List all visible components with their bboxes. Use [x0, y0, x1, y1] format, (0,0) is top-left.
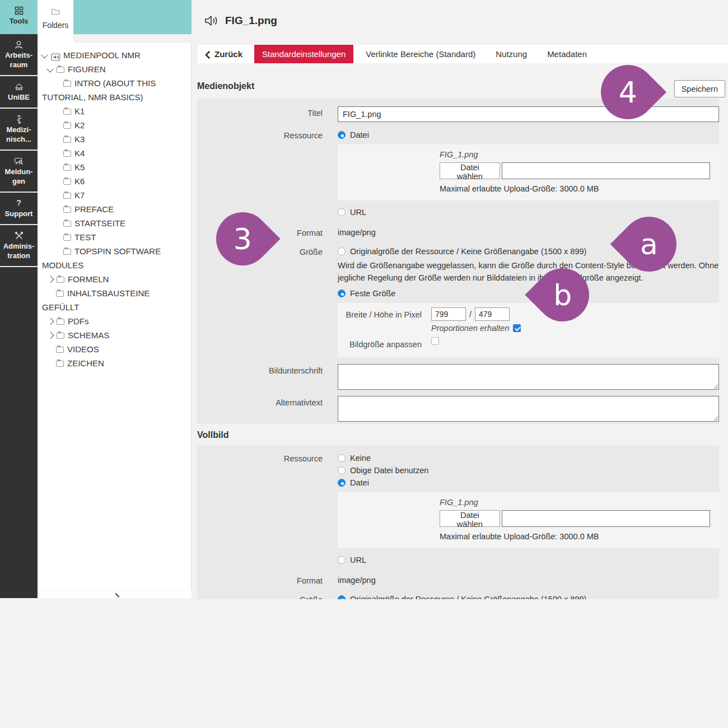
tab-standardeinstellungen[interactable]: Standardeinstellungen: [254, 45, 353, 63]
rail-item-label: Medizi­nisch...: [1, 125, 36, 144]
choose-file-button[interactable]: Datei wählen: [440, 510, 500, 527]
radio-unselected-icon[interactable]: [338, 248, 346, 255]
rail-item-meldungen[interactable]: Meldun­gen: [0, 151, 38, 193]
chevron-down-icon[interactable]: [46, 66, 54, 73]
tree-item-k6[interactable]: K6: [42, 174, 182, 188]
folder-icon: [56, 361, 64, 367]
alternativtext-row: Alternativtext Wird verwendet, wenn die …: [197, 396, 719, 424]
radio-selected-icon[interactable]: [338, 595, 346, 599]
question-icon: ?: [1, 198, 36, 208]
folder-icon: [63, 179, 71, 185]
tree-item-schemas[interactable]: SCHEMAS: [42, 328, 182, 342]
tree-item-pdfs[interactable]: PDFs: [42, 314, 182, 328]
tree-item-medienpool[interactable]: MEDIENPOOL NMR: [42, 48, 182, 62]
save-button[interactable]: Speichern: [674, 80, 725, 97]
datei-option-label: Datei: [350, 478, 369, 487]
url-radio-option[interactable]: URL: [338, 206, 719, 218]
tree-item-k3[interactable]: K3: [42, 132, 182, 146]
current-file-name: FIG_1.png: [440, 497, 710, 508]
chevron-left-icon: [205, 49, 210, 59]
obige-datei-radio-option[interactable]: Obige Datei benutzen: [338, 464, 719, 477]
tree-item-inhaltsbausteine[interactable]: INHALTSBAUSTEINE GEFÜLLT: [42, 286, 182, 314]
tree-item-zeichen[interactable]: ZEICHEN: [42, 356, 182, 370]
tools-crossed-icon: [1, 230, 36, 240]
file-title: FIG_1.png: [225, 15, 277, 27]
radio-unselected-icon[interactable]: [338, 556, 346, 564]
tree-item-k2[interactable]: K2: [42, 118, 182, 132]
radio-selected-icon[interactable]: [338, 479, 346, 487]
tree-item-k1[interactable]: K1: [42, 104, 182, 118]
feste-groesse-panel: Breite / Höhe in Pi­xel / Proportionen e…: [338, 303, 719, 357]
file-name-field[interactable]: [502, 162, 710, 179]
tree-item-intro[interactable]: INTRO (ABOUT THIS TUTORI­AL, NMR BASICS): [42, 76, 182, 104]
file-name-field[interactable]: [502, 510, 710, 527]
tree-item-k7[interactable]: K7: [42, 188, 182, 202]
rail-item-arbeitsraum[interactable]: Arbeits­raum: [0, 34, 38, 76]
radio-unselected-icon[interactable]: [338, 466, 346, 474]
format-label: Format: [197, 574, 338, 585]
radio-selected-icon[interactable]: [338, 131, 346, 139]
radio-unselected-icon[interactable]: [338, 454, 346, 462]
upload-size-note: Maximal erlaubte Upload-Größe: 3000.0 MB: [440, 183, 710, 195]
tree-item-label: K6: [74, 176, 85, 186]
current-file-name: FIG_1.png: [440, 149, 710, 160]
tree-item-label: K4: [74, 148, 85, 158]
tab-folders-label: Folders: [43, 21, 69, 30]
folder-icon: [56, 291, 64, 297]
radio-selected-icon[interactable]: [338, 290, 346, 297]
panel-resize-handle[interactable]: [115, 593, 119, 598]
tab-verlinkte-bereiche[interactable]: Verlinkte Bereiche (Standard): [358, 45, 483, 63]
datei-radio-option[interactable]: Datei: [338, 477, 719, 489]
rail-item-tools[interactable]: Tools: [0, 0, 38, 34]
rail-item-medizinisch[interactable]: Medizi­nisch...: [0, 109, 38, 151]
bildgroesse-checkbox-unchecked[interactable]: [431, 337, 439, 345]
alternativtext-textarea[interactable]: [338, 396, 719, 422]
rail-item-unibe[interactable]: UniBE: [0, 76, 38, 109]
rail-item-administration[interactable]: Adminis­tration: [0, 225, 38, 267]
chevron-right-icon[interactable]: [47, 332, 54, 339]
keine-radio-option[interactable]: Keine: [338, 452, 719, 464]
tree-item-test[interactable]: TEST: [42, 230, 182, 244]
url-radio-option[interactable]: URL: [338, 554, 719, 566]
tab-nutzung[interactable]: Nutzung: [488, 45, 535, 63]
tree-item-label: PDFs: [68, 316, 89, 326]
tree-item-label: PREFACE: [74, 204, 114, 214]
folder-icon: [63, 123, 71, 129]
choose-file-button[interactable]: Datei wählen: [440, 162, 500, 179]
folder-icon: [57, 333, 64, 339]
tree-item-startseite[interactable]: STARTSEITE: [42, 216, 182, 230]
annotation-pin-4-label: 4: [619, 78, 637, 107]
tab-metadaten[interactable]: Metadaten: [539, 45, 595, 63]
tree-item-topspin[interactable]: TOPSPIN SOFTWARE MODU­LES: [42, 244, 182, 272]
tree-item-figuren[interactable]: FIGUREN: [42, 62, 182, 76]
proportionen-label: Proportionen erhalten: [431, 324, 509, 333]
originalgroesse-radio-option[interactable]: Originalgröße der Ressource / Keine Größ…: [338, 593, 719, 599]
tree-item-videos[interactable]: VIDEOS: [42, 342, 182, 356]
width-input[interactable]: [431, 307, 466, 321]
tree-item-k4[interactable]: K4: [42, 146, 182, 160]
chevron-down-icon[interactable]: [41, 52, 48, 59]
radio-unselected-icon[interactable]: [338, 208, 346, 216]
proportionen-checkbox-checked[interactable]: [513, 324, 521, 332]
breite-hoehe-row: Breite / Höhe in Pi­xel / Proportionen e…: [338, 307, 710, 333]
datei-radio-option[interactable]: Datei: [338, 129, 719, 141]
height-input[interactable]: [475, 307, 510, 321]
tree-item-preface[interactable]: PREFACE: [42, 202, 182, 216]
chevron-right-icon[interactable]: [47, 276, 54, 283]
media-pool-icon: [51, 49, 60, 63]
folder-icon: [57, 67, 64, 73]
bildunterschrift-textarea[interactable]: [338, 364, 719, 390]
folder-icon: [63, 81, 71, 87]
tree-item-label: STARTSEITE: [74, 218, 125, 228]
vollbild-groesse-row: Größe Originalgröße der Ressource / Kein…: [197, 593, 719, 599]
back-button[interactable]: Zurück: [198, 45, 250, 63]
messages-icon: [1, 156, 36, 166]
titel-input[interactable]: [338, 106, 719, 122]
tab-folders[interactable]: Folders: [38, 0, 73, 43]
folder-icon: [63, 207, 71, 213]
tree-item-formeln[interactable]: FORMELN: [42, 272, 182, 286]
chevron-right-icon[interactable]: [47, 318, 54, 325]
tree-item-k5[interactable]: K5: [42, 160, 182, 174]
rail-item-support[interactable]: ? Support: [0, 193, 38, 225]
tree-item-label: K7: [74, 190, 85, 200]
